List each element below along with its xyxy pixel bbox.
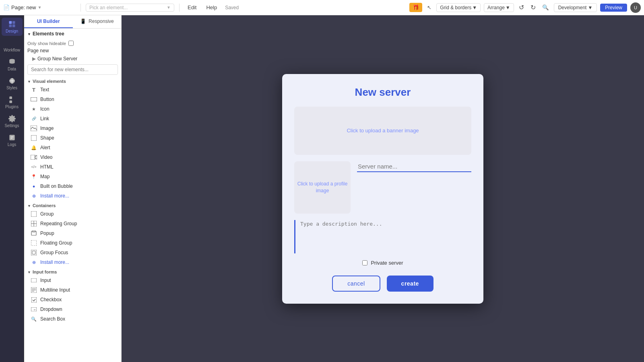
- nav-design[interactable]: Design: [2, 18, 23, 36]
- containers-toggle[interactable]: [27, 203, 31, 208]
- sidebar-tabs: UI Builder 📱 Responsive: [24, 15, 121, 29]
- input-forms-toggle[interactable]: [27, 269, 31, 274]
- tree-page-label: Page new: [27, 48, 49, 53]
- install-more-containers[interactable]: ⊕ Install more...: [24, 257, 121, 267]
- group-icon: [31, 211, 37, 217]
- element-group[interactable]: Group: [24, 209, 121, 219]
- modal-title: New server: [294, 86, 471, 99]
- search-elements-input[interactable]: [27, 64, 118, 75]
- arrange-dropdown[interactable]: Arrange ▼: [484, 3, 514, 12]
- nav-styles-label: Styles: [6, 86, 17, 90]
- install-more-containers-label: Install more...: [40, 259, 69, 265]
- undo-button[interactable]: ↺: [517, 2, 526, 13]
- element-input-label: Input: [40, 278, 51, 283]
- svg-rect-0: [9, 21, 12, 24]
- edit-button[interactable]: Edit: [184, 3, 200, 12]
- element-html[interactable]: </> HTML: [24, 162, 121, 172]
- element-shape[interactable]: Shape: [24, 133, 121, 143]
- page-selector[interactable]: 📄 Page: new ▼: [3, 4, 76, 10]
- floating-group-icon: [31, 240, 37, 246]
- nav-workflow-label: Workflow: [4, 48, 20, 52]
- element-built-on-bubble[interactable]: ● Built on Bubble: [24, 181, 121, 191]
- icon-icon: ★: [31, 106, 37, 112]
- tree-toggle[interactable]: Elements tree: [27, 31, 64, 37]
- nav-workflow[interactable]: Workflow: [2, 37, 23, 55]
- topbar-right: 🎁 ↖ Grid & borders ▼ Arrange ▼ ↺ ↻ 🔍 Dev…: [409, 2, 641, 13]
- tree-page-new: Page new: [24, 47, 121, 55]
- private-server-checkbox[interactable]: [362, 260, 367, 265]
- redo-button[interactable]: ↻: [529, 2, 537, 13]
- element-image[interactable]: Image: [24, 123, 121, 133]
- development-dropdown[interactable]: Development ▼: [554, 3, 597, 12]
- tree-group-new-server[interactable]: ▶ Group New Server: [24, 55, 121, 63]
- tab-responsive[interactable]: 📱 Responsive: [73, 15, 122, 28]
- element-dropdown[interactable]: Dropdown: [24, 304, 121, 314]
- visual-elements-toggle[interactable]: [27, 79, 31, 84]
- element-search-box-label: Search Box: [40, 316, 65, 322]
- search-button[interactable]: 🔍: [541, 3, 551, 12]
- tab-ui-builder-label: UI Builder: [37, 19, 60, 24]
- element-multiline-input[interactable]: Multiline Input: [24, 285, 121, 295]
- nav-settings[interactable]: Settings: [2, 112, 23, 130]
- canvas: New server Click to upload a banner imag…: [122, 15, 644, 362]
- visual-elements-label: Visual elements: [33, 79, 66, 84]
- install-more-visual[interactable]: ⊕ Install more...: [24, 191, 121, 201]
- svg-rect-11: [31, 211, 37, 217]
- element-icon[interactable]: ★ Icon: [24, 104, 121, 114]
- group-focus-icon: [31, 249, 37, 256]
- nav-styles[interactable]: Styles: [2, 74, 23, 93]
- search-box-icon: 🔍: [31, 316, 37, 322]
- grid-borders-label: Grid & borders: [440, 5, 471, 10]
- data-icon: [8, 58, 16, 66]
- only-hideable-checkbox[interactable]: [68, 41, 74, 46]
- user-avatar[interactable]: U: [630, 2, 641, 13]
- element-button[interactable]: Button: [24, 95, 121, 104]
- cursor-button[interactable]: ↖: [425, 3, 433, 12]
- element-search-box[interactable]: 🔍 Search Box: [24, 314, 121, 324]
- map-icon: 📍: [31, 173, 37, 180]
- preview-button[interactable]: Preview: [600, 4, 627, 12]
- element-floating-group[interactable]: Floating Group: [24, 238, 121, 248]
- element-checkbox-label: Checkbox: [40, 297, 62, 302]
- element-map[interactable]: 📍 Map: [24, 172, 121, 181]
- input-icon: [31, 277, 37, 284]
- profile-upload-area[interactable]: Click to upload a profile image: [294, 161, 351, 214]
- element-link[interactable]: 🔗 Link: [24, 114, 121, 123]
- only-hideable-row: Only show hideable: [24, 39, 121, 47]
- pick-label: Pick an element...: [89, 5, 128, 10]
- server-name-input[interactable]: [357, 161, 471, 172]
- logs-icon: [8, 134, 16, 142]
- svg-rect-10: [31, 155, 35, 160]
- description-input[interactable]: [300, 220, 471, 252]
- nav-data[interactable]: Data: [2, 56, 23, 74]
- cancel-button[interactable]: cancel: [332, 276, 380, 292]
- development-label: Development: [558, 5, 587, 10]
- profile-name-row: Click to upload a profile image: [294, 161, 471, 214]
- create-button[interactable]: create: [387, 276, 433, 292]
- tab-ui-builder[interactable]: UI Builder: [24, 15, 73, 28]
- nav-plugins[interactable]: Plugins: [2, 93, 23, 111]
- element-video[interactable]: Video: [24, 152, 121, 162]
- element-text-label: Text: [40, 87, 49, 93]
- element-checkbox[interactable]: Checkbox: [24, 295, 121, 304]
- element-alert[interactable]: 🔔 Alert: [24, 143, 121, 152]
- help-button[interactable]: Help: [203, 3, 220, 12]
- grid-borders-dropdown[interactable]: Grid & borders ▼: [436, 3, 481, 12]
- banner-upload-area[interactable]: Click to upload a banner image: [294, 107, 471, 155]
- element-floating-group-label: Floating Group: [40, 240, 72, 246]
- visual-elements-header: Visual elements: [24, 76, 121, 85]
- containers-header: Containers: [24, 201, 121, 209]
- element-input[interactable]: Input: [24, 276, 121, 285]
- only-hideable-label: Only show hideable: [27, 41, 66, 46]
- element-image-label: Image: [40, 125, 54, 131]
- private-server-label: Private server: [371, 260, 403, 266]
- nav-logs[interactable]: Logs: [2, 131, 23, 149]
- element-group-label: Group: [40, 211, 54, 217]
- element-picker[interactable]: Pick an element... ▼: [86, 4, 174, 12]
- element-text[interactable]: T Text: [24, 85, 121, 95]
- element-multiline-input-label: Multiline Input: [40, 287, 70, 293]
- element-popup[interactable]: Popup: [24, 228, 121, 238]
- gift-button[interactable]: 🎁: [409, 3, 422, 12]
- element-group-focus[interactable]: Group Focus: [24, 248, 121, 257]
- element-repeating-group[interactable]: Repeating Group: [24, 219, 121, 228]
